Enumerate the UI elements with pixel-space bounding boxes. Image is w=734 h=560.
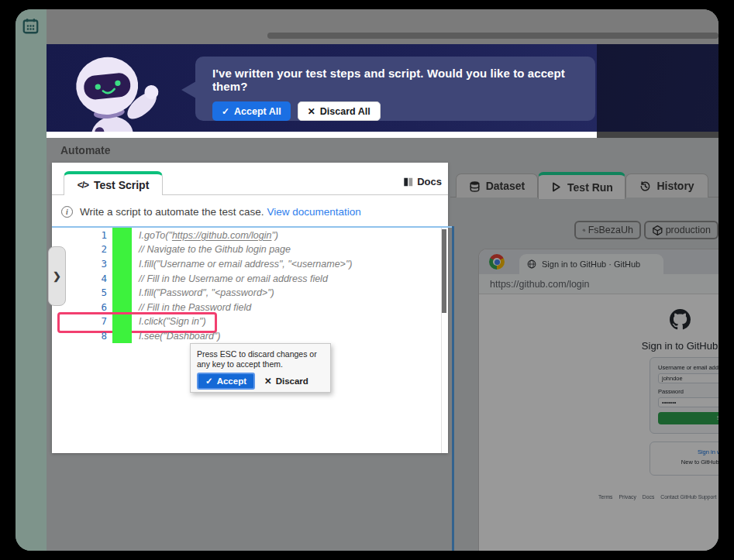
inline-accept-popup: Press ESC to discard changes or any key … xyxy=(190,343,331,393)
editor-focus-border-right xyxy=(452,226,454,551)
password-field[interactable]: ••••••• xyxy=(658,397,718,407)
code-line-8[interactable]: 8I.see("Dashboard") xyxy=(52,328,448,343)
code-text: I.goTo("https://github.com/login") xyxy=(132,229,278,241)
main-area: I've written your test steps and script.… xyxy=(47,9,718,551)
browser-tab[interactable]: Sign in to GitHub · GitHub xyxy=(519,254,663,274)
fingerprint-icon xyxy=(582,225,586,236)
x-icon: ✕ xyxy=(308,106,315,117)
accept-all-button[interactable]: ✓ Accept All xyxy=(212,101,291,121)
top-strip xyxy=(47,9,718,44)
assistant-message: I've written your test steps and script.… xyxy=(212,67,581,93)
code-text: // Fill in the Password field xyxy=(132,301,251,313)
code-text: I.fill("Password", "<password>") xyxy=(132,287,274,298)
new-to-github-text: New to GitHub? xyxy=(681,459,718,466)
globe-icon xyxy=(527,259,536,269)
code-line-4[interactable]: 4// Fill in the Username or email addres… xyxy=(52,271,448,286)
screenshot-stage: I've written your test steps and script.… xyxy=(0,0,734,560)
tab-dataset[interactable]: Dataset xyxy=(456,173,538,198)
check-icon: ✓ xyxy=(205,376,213,387)
code-text: I.see("Dashboard") xyxy=(132,330,220,342)
username-label: Username or email address xyxy=(658,364,718,371)
footer-link[interactable]: Privacy xyxy=(619,494,636,500)
tab-history[interactable]: History xyxy=(625,173,708,198)
chrome-icon xyxy=(489,254,505,270)
speech-bubble: I've written your test steps and script.… xyxy=(195,57,595,121)
editor-hint-row: i Write a script to automate the test ca… xyxy=(52,195,448,228)
editor-focus-border-top xyxy=(52,226,454,228)
password-label: Password xyxy=(658,388,684,395)
discard-button[interactable]: ✕ Discard xyxy=(264,376,308,387)
code-text: // Fill in the Username or email address… xyxy=(132,273,328,284)
app-window: I've written your test steps and script.… xyxy=(16,9,718,551)
github-login-form: Username or email address johndoe Passwo… xyxy=(650,357,718,434)
footer-link[interactable]: Terms xyxy=(598,494,613,500)
footer-link[interactable]: Contact GitHub Support xyxy=(660,494,716,500)
popup-message: Press ESC to discard changes or any key … xyxy=(197,349,324,369)
code-line-7[interactable]: 7I.click("Sign in") xyxy=(52,314,448,329)
calendar-icon[interactable] xyxy=(22,18,39,34)
username-field[interactable]: johndoe xyxy=(658,373,718,383)
change-gutter xyxy=(112,271,132,286)
url-bar[interactable]: https://github.com/login xyxy=(479,274,718,294)
hint-text: Write a script to automate the test case… xyxy=(80,206,264,218)
code-text: I.click("Sign in") xyxy=(132,315,206,327)
discard-all-button[interactable]: ✕ Discard All xyxy=(298,101,381,121)
database-icon xyxy=(469,180,481,192)
test-script-panel: </> Test Script Docs i Write a script to… xyxy=(52,163,448,453)
footer-link[interactable]: Docs xyxy=(643,494,655,500)
line-number: 7 xyxy=(52,315,112,327)
code-line-6[interactable]: 6// Fill in the Password field xyxy=(52,300,448,314)
change-gutter xyxy=(112,314,132,329)
robot-mascot-illustration xyxy=(64,52,188,132)
code-line-1[interactable]: 1I.goTo("https://github.com/login") xyxy=(52,228,448,242)
change-gutter xyxy=(112,300,132,314)
change-gutter xyxy=(112,256,132,271)
change-gutter xyxy=(112,228,132,242)
code-line-5[interactable]: 5I.fill("Password", "<password>") xyxy=(52,285,448,300)
github-login-page: Sign in to GitHub Username or email addr… xyxy=(479,294,718,551)
line-number: 1 xyxy=(52,229,112,241)
badge-production[interactable]: production xyxy=(644,221,718,239)
horizontal-scrollbar[interactable] xyxy=(267,33,718,39)
check-icon: ✓ xyxy=(222,106,229,117)
passkey-link[interactable]: Sign in with a passkey xyxy=(650,448,718,455)
editor-scrollbar-handle[interactable] xyxy=(442,229,446,313)
tab-test-run[interactable]: Test Run xyxy=(538,172,625,199)
github-footer-links: TermsPrivacyDocsContact GitHub SupportMa… xyxy=(544,494,718,500)
change-gutter xyxy=(112,285,132,300)
code-text: I.fill("Username or email address", "<us… xyxy=(132,258,353,270)
package-icon xyxy=(652,225,663,236)
change-gutter xyxy=(112,242,132,257)
browser-preview: Sign in to GitHub · GitHub https://githu… xyxy=(479,249,718,551)
sidebar-expand-chevron[interactable]: ❯ xyxy=(48,246,66,306)
browser-tab-title: Sign in to GitHub · GitHub xyxy=(542,259,640,269)
code-line-2[interactable]: 2// Navigate to the Github login page xyxy=(52,242,448,257)
accept-button[interactable]: ✓ Accept xyxy=(197,373,255,390)
code-line-3[interactable]: 3I.fill("Username or email address", "<u… xyxy=(52,256,448,271)
dim-overlay-banner-right xyxy=(597,44,718,138)
change-gutter xyxy=(112,328,132,343)
speech-bubble-tail xyxy=(181,81,196,98)
tab-test-script[interactable]: </> Test Script xyxy=(64,171,163,195)
code-text: // Navigate to the Github login page xyxy=(132,243,291,255)
automate-heading: Automate xyxy=(60,144,111,156)
docs-button[interactable]: Docs xyxy=(403,176,442,187)
code-icon: </> xyxy=(78,180,88,191)
url-text: https://github.com/login xyxy=(490,279,590,290)
github-sign-in-button[interactable]: Sign in xyxy=(658,412,718,424)
left-sidebar xyxy=(16,9,47,551)
badge-fsbezauh[interactable]: FsBezaUh xyxy=(574,221,641,239)
line-number: 8 xyxy=(52,330,112,342)
book-icon xyxy=(403,177,414,187)
github-signin-heading: Sign in to GitHub xyxy=(602,340,718,352)
history-icon xyxy=(639,180,651,192)
play-icon xyxy=(550,181,562,193)
view-documentation-link[interactable]: View documentation xyxy=(267,206,360,218)
github-logo-icon xyxy=(670,309,691,330)
spotlight-underline xyxy=(47,132,597,138)
github-passkey-card: Sign in with a passkey New to GitHub? Cr… xyxy=(650,441,718,476)
code-editor[interactable]: 1I.goTo("https://github.com/login")2// N… xyxy=(52,228,448,453)
info-icon: i xyxy=(61,206,73,218)
right-tab-bar: DatasetTest RunHistory xyxy=(450,172,718,198)
x-icon: ✕ xyxy=(264,376,272,387)
